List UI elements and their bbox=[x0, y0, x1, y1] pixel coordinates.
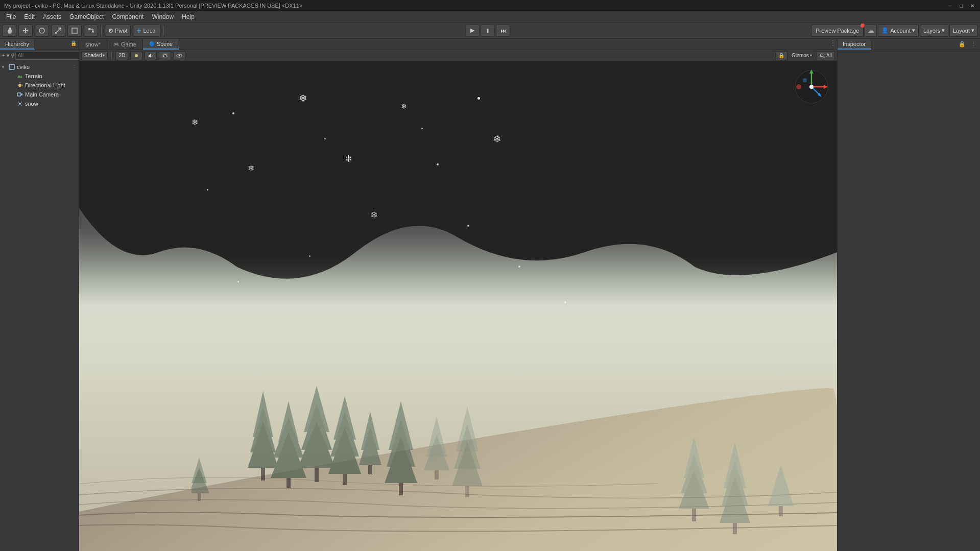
tab-hierarchy[interactable]: Hierarchy bbox=[0, 39, 35, 50]
menu-edit[interactable]: Edit bbox=[20, 12, 39, 21]
hierarchy-item-camera[interactable]: ▶ Main Camera bbox=[0, 90, 79, 99]
svg-point-9 bbox=[18, 84, 21, 87]
menu-window[interactable]: Window bbox=[148, 12, 178, 21]
hierarchy-item-snow[interactable]: ▶ snow bbox=[0, 99, 79, 108]
scene-viewport[interactable]: ❄ ❄ ❄ ❄ ❄ ❄ ❄ bbox=[79, 61, 837, 551]
local-toggle[interactable]: Local bbox=[133, 25, 160, 37]
hierarchy-item-cviko[interactable]: ▾ cviko ⋮ bbox=[0, 62, 79, 71]
hierarchy-item-terrain[interactable]: ▶ Terrain bbox=[0, 71, 79, 81]
svg-point-20 bbox=[135, 54, 138, 57]
tool-hand[interactable] bbox=[2, 25, 16, 37]
preview-package-button[interactable]: Preview Package bbox=[811, 25, 864, 37]
svg-marker-69 bbox=[768, 465, 794, 506]
cviko-more-icon[interactable]: ⋮ bbox=[71, 64, 77, 70]
svg-point-78 bbox=[796, 84, 801, 89]
hierarchy-item-light[interactable]: ▶ Directional Light bbox=[0, 81, 79, 90]
layers-dropdown[interactable]: Layers ▾ bbox=[920, 25, 948, 37]
menu-gameobject[interactable]: GameObject bbox=[65, 12, 108, 21]
scene-gizmo[interactable] bbox=[791, 66, 832, 107]
svg-rect-67 bbox=[733, 523, 737, 534]
pivot-toggle[interactable]: Pivot bbox=[105, 25, 131, 37]
cviko-arrow-icon: ▾ bbox=[2, 65, 8, 69]
tab-snow-star[interactable]: snow* bbox=[79, 39, 107, 50]
preview-package-label: Preview Package bbox=[816, 28, 859, 34]
svg-point-25 bbox=[820, 54, 823, 57]
main-toolbar: Pivot Local ▶ ⏸ ⏭ Preview Package ☁ 👤 Ac… bbox=[0, 22, 980, 39]
tool-move[interactable] bbox=[18, 25, 33, 37]
directional-light-icon bbox=[16, 82, 23, 89]
top-right-cluster: Preview Package ☁ 👤 Account ▾ Layers ▾ L… bbox=[811, 25, 978, 37]
shading-chevron-icon: ▾ bbox=[103, 53, 105, 58]
svg-point-19 bbox=[21, 105, 22, 106]
gizmos-chevron-icon: ▾ bbox=[810, 53, 812, 58]
camera-label: Main Camera bbox=[25, 91, 59, 98]
hierarchy-tab-bar: Hierarchy 🔒 bbox=[0, 39, 79, 50]
pause-button[interactable]: ⏸ bbox=[481, 25, 495, 37]
tool-rect[interactable] bbox=[67, 25, 82, 37]
shading-mode-dropdown[interactable]: Shaded ▾ bbox=[81, 51, 108, 60]
view-tabs: snow* 🎮 Game 🔵 Scene ⋮ bbox=[79, 39, 837, 50]
close-button[interactable]: ✕ bbox=[969, 2, 976, 9]
light-label: Directional Light bbox=[25, 82, 65, 88]
layout-dropdown[interactable]: Layout ▾ bbox=[949, 25, 978, 37]
snow-particle-2 bbox=[324, 138, 326, 139]
tab-game[interactable]: 🎮 Game bbox=[107, 39, 143, 50]
layout-label: Layout bbox=[953, 28, 970, 34]
maximize-button[interactable]: □ bbox=[958, 2, 965, 9]
svg-rect-63 bbox=[692, 509, 696, 521]
tab-inspector[interactable]: Inspector bbox=[838, 39, 871, 50]
scene-audio-toggle[interactable] bbox=[145, 51, 157, 60]
menu-help[interactable]: Help bbox=[178, 12, 199, 21]
step-button[interactable]: ⏭ bbox=[496, 25, 510, 37]
hierarchy-add-btn[interactable]: + bbox=[2, 52, 5, 60]
account-icon: 👤 bbox=[881, 27, 889, 34]
snow-particle-7 bbox=[477, 97, 480, 100]
svg-rect-41 bbox=[315, 468, 319, 482]
hierarchy-menu-btn[interactable]: ▾ bbox=[7, 52, 9, 60]
separator-2 bbox=[163, 26, 164, 36]
scene-lock-btn[interactable]: 🔒 bbox=[775, 51, 787, 60]
snowflake-4: ❄ bbox=[345, 153, 352, 164]
menu-component[interactable]: Component bbox=[108, 12, 148, 21]
gizmos-dropdown[interactable]: Gizmos ▾ bbox=[790, 52, 814, 60]
scene-effects-toggle[interactable] bbox=[159, 51, 171, 60]
snow-particle-8 bbox=[421, 128, 423, 129]
shading-mode-label: Shaded bbox=[84, 53, 102, 58]
game-icon: 🎮 bbox=[113, 42, 119, 47]
effects-icon bbox=[162, 53, 168, 59]
inspector-more-icon[interactable]: ⋮ bbox=[969, 40, 978, 49]
menu-assets[interactable]: Assets bbox=[39, 12, 65, 21]
minimize-button[interactable]: ─ bbox=[946, 2, 953, 9]
snow-particle-icon bbox=[16, 100, 23, 107]
play-button[interactable]: ▶ bbox=[465, 25, 480, 37]
inspector-panel: Inspector 🔒 ⋮ bbox=[837, 39, 980, 551]
tab-scene[interactable]: 🔵 Scene bbox=[143, 39, 179, 50]
hierarchy-search-input[interactable] bbox=[15, 52, 85, 60]
layout-chevron-icon: ▾ bbox=[971, 27, 974, 34]
tool-scale[interactable] bbox=[51, 25, 65, 37]
tree-group-3 bbox=[668, 427, 822, 541]
menu-file[interactable]: File bbox=[2, 12, 20, 21]
snowflake-2: ❄ bbox=[192, 117, 198, 127]
tool-rotate[interactable] bbox=[35, 25, 49, 37]
scene-all-dropdown[interactable]: All bbox=[816, 51, 835, 60]
sun-icon bbox=[133, 53, 139, 59]
scene-hidden-toggle[interactable] bbox=[173, 51, 185, 60]
scene-lighting-toggle[interactable] bbox=[130, 51, 142, 60]
account-dropdown[interactable]: 👤 Account ▾ bbox=[878, 25, 919, 37]
audio-icon bbox=[148, 53, 154, 59]
snow-particle-4 bbox=[207, 189, 208, 190]
scene-icon: 🔵 bbox=[149, 41, 155, 46]
svg-rect-14 bbox=[17, 93, 21, 96]
tool-transform[interactable] bbox=[84, 25, 98, 37]
scene-view-area[interactable]: ❄ ❄ ❄ ❄ ❄ ❄ ❄ bbox=[79, 61, 837, 551]
svg-rect-33 bbox=[261, 468, 265, 481]
preview-package-badge bbox=[861, 23, 865, 28]
2d-toggle[interactable]: 2D bbox=[115, 51, 128, 60]
scene-tab-more-icon[interactable]: ⋮ bbox=[829, 39, 837, 47]
scene-sep-1 bbox=[111, 52, 112, 60]
inspector-lock-icon[interactable]: 🔒 bbox=[958, 40, 967, 49]
collab-button[interactable]: ☁ bbox=[865, 25, 877, 37]
hierarchy-lock-btn[interactable]: 🔒 bbox=[70, 39, 79, 47]
svg-rect-59 bbox=[465, 486, 469, 497]
